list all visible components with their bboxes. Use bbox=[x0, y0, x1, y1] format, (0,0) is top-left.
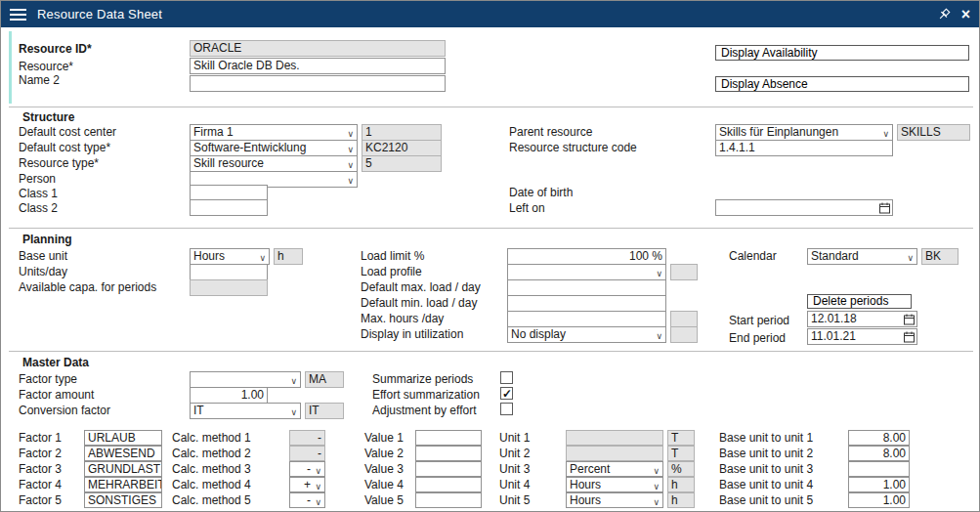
unit5-code: h bbox=[667, 492, 695, 508]
unit2-field bbox=[566, 446, 663, 461]
default-cost-center-select[interactable]: Firma 1 bbox=[190, 124, 358, 141]
display-in-utilization-select[interactable]: No display bbox=[507, 326, 666, 343]
value2-label: Value 2 bbox=[364, 448, 404, 460]
parent-resource-select[interactable]: Skills für Einplanungen bbox=[715, 124, 893, 141]
planning-separator bbox=[9, 228, 973, 229]
unit2-label: Unit 2 bbox=[499, 448, 530, 460]
left-on-field[interactable] bbox=[715, 199, 893, 216]
factor-amount-label: Factor amount bbox=[19, 389, 94, 402]
display-absence-button[interactable]: Display Absence bbox=[715, 76, 969, 92]
resource-field[interactable]: Skill Oracle DB Des. bbox=[190, 58, 446, 74]
end-period-value: 11.01.21 bbox=[811, 329, 856, 343]
load-profile-label: Load profile bbox=[361, 266, 422, 278]
unit4-label: Unit 4 bbox=[499, 479, 530, 491]
calendar-icon[interactable] bbox=[879, 202, 890, 214]
calc-method5-select[interactable]: - bbox=[289, 492, 325, 508]
base-unit-to-unit5-label: Base unit to unit 5 bbox=[719, 494, 813, 507]
summarize-periods-checkbox[interactable] bbox=[500, 371, 513, 384]
base-unit-to-unit4-field[interactable]: 1.00 bbox=[848, 477, 910, 492]
summarize-periods-label: Summarize periods bbox=[372, 373, 473, 386]
base-unit-to-unit5-field[interactable]: 1.00 bbox=[848, 492, 910, 508]
default-min-load-field[interactable] bbox=[507, 295, 666, 312]
factor2-field[interactable]: ABWESEND bbox=[84, 446, 162, 461]
calendar-select[interactable]: Standard bbox=[807, 248, 917, 265]
factor-amount-field[interactable]: 1.00 bbox=[190, 387, 268, 404]
menu-icon[interactable] bbox=[10, 6, 26, 23]
conversion-factor-select[interactable]: IT bbox=[190, 403, 301, 419]
close-icon[interactable]: × bbox=[961, 7, 970, 22]
default-cost-type-select[interactable]: Software-Entwicklung bbox=[190, 140, 358, 156]
value5-field[interactable] bbox=[415, 492, 482, 508]
calc-method4-select[interactable]: + bbox=[289, 477, 325, 492]
end-period-field[interactable]: 11.01.21 bbox=[807, 328, 917, 345]
calendar-label: Calendar bbox=[729, 250, 777, 263]
default-max-load-label: Default max. load / day bbox=[361, 281, 481, 294]
calc-method3-select[interactable]: - bbox=[289, 461, 325, 477]
load-limit-field[interactable]: 100 % bbox=[507, 248, 666, 265]
class1-label: Class 1 bbox=[19, 188, 58, 200]
calc-method3-label: Calc. method 3 bbox=[172, 463, 251, 476]
pin-icon[interactable] bbox=[937, 8, 951, 21]
factor3-label: Factor 3 bbox=[19, 463, 62, 476]
base-unit-to-unit1-label: Base unit to unit 1 bbox=[719, 432, 813, 445]
adjustment-by-effort-checkbox[interactable] bbox=[500, 403, 513, 415]
resource-structure-code-field[interactable]: 1.4.1.1 bbox=[715, 140, 893, 156]
resource-label: Resource* bbox=[19, 61, 73, 73]
start-period-label: Start period bbox=[729, 315, 789, 327]
calc-method2-label: Calc. method 2 bbox=[172, 448, 251, 460]
calendar-icon[interactable] bbox=[904, 314, 915, 325]
unit4-select[interactable]: Hours bbox=[566, 477, 663, 492]
calendar-icon[interactable] bbox=[904, 331, 915, 343]
start-period-field[interactable]: 12.01.18 bbox=[807, 311, 917, 327]
value3-field[interactable] bbox=[415, 461, 482, 477]
master-data-separator bbox=[9, 351, 973, 352]
display-availability-button[interactable]: Display Availability bbox=[715, 45, 969, 61]
value1-field[interactable] bbox=[415, 430, 482, 446]
calc-method2-field: - bbox=[289, 446, 325, 461]
value1-label: Value 1 bbox=[364, 432, 404, 445]
base-unit-to-unit2-label: Base unit to unit 2 bbox=[719, 448, 813, 460]
delete-periods-button[interactable]: Delete periods bbox=[807, 294, 912, 309]
class2-field[interactable] bbox=[190, 199, 268, 216]
factor5-field[interactable]: SONSTIGES bbox=[84, 492, 162, 508]
max-hours-day-field[interactable] bbox=[507, 311, 666, 327]
base-unit-to-unit4-label: Base unit to unit 4 bbox=[719, 479, 813, 491]
window-title: Resource Data Sheet bbox=[37, 7, 162, 21]
date-of-birth-label: Date of birth bbox=[509, 187, 573, 199]
structure-heading: Structure bbox=[22, 110, 74, 124]
unit5-select[interactable]: Hours bbox=[566, 492, 663, 508]
base-unit-to-unit1-field[interactable]: 8.00 bbox=[848, 430, 910, 446]
factor5-label: Factor 5 bbox=[19, 494, 62, 507]
default-cost-type-label: Default cost type* bbox=[19, 142, 110, 154]
display-utilization-unit-box bbox=[670, 326, 698, 343]
factor-type-select[interactable] bbox=[190, 371, 301, 388]
factor4-field[interactable]: MEHRARBEIT bbox=[84, 477, 162, 492]
resource-type-code: 5 bbox=[362, 155, 442, 172]
parent-resource-label: Parent resource bbox=[509, 126, 592, 139]
unit3-select[interactable]: Percent bbox=[566, 461, 663, 477]
load-profile-select[interactable] bbox=[507, 264, 666, 280]
default-cost-center-label: Default cost center bbox=[19, 126, 116, 139]
load-limit-label: Load limit % bbox=[361, 250, 424, 263]
value5-label: Value 5 bbox=[364, 494, 404, 507]
parent-resource-code: SKILLS bbox=[897, 124, 970, 141]
section-accent-bar bbox=[9, 31, 12, 104]
base-unit-select[interactable]: Hours bbox=[190, 248, 270, 265]
name2-field[interactable] bbox=[190, 75, 446, 92]
factor1-field[interactable]: URLAUB bbox=[84, 430, 162, 446]
resource-type-select[interactable]: Skill resource bbox=[190, 155, 358, 172]
titlebar: Resource Data Sheet × bbox=[1, 1, 979, 27]
value3-label: Value 3 bbox=[364, 463, 404, 476]
base-unit-to-unit3-field[interactable] bbox=[848, 461, 910, 477]
structure-separator bbox=[9, 107, 973, 107]
effort-summarization-checkbox[interactable] bbox=[500, 387, 513, 400]
value4-field[interactable] bbox=[415, 477, 482, 492]
resource-data-sheet-window: Resource Data Sheet × Resource ID* ORACL… bbox=[0, 0, 980, 512]
name2-label: Name 2 bbox=[19, 74, 60, 87]
default-max-load-field[interactable] bbox=[507, 279, 666, 296]
factor3-field[interactable]: GRUNDLAST bbox=[84, 461, 162, 477]
units-per-day-field[interactable] bbox=[190, 264, 268, 280]
base-unit-to-unit2-field[interactable]: 8.00 bbox=[848, 446, 910, 461]
value2-field[interactable] bbox=[415, 446, 482, 461]
resource-type-label: Resource type* bbox=[19, 157, 99, 170]
